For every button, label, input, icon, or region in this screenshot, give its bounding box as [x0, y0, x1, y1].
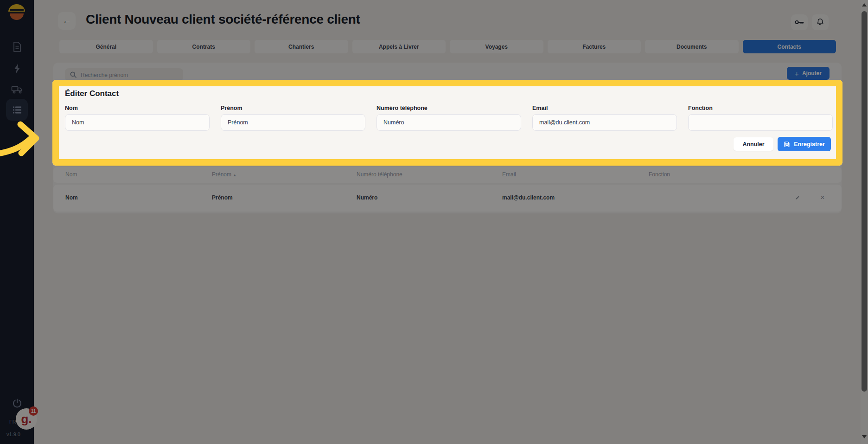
app-root: FR g. 11 v1.9.0 ← Client Nouveau client … — [0, 0, 868, 444]
language-label: FR — [9, 419, 16, 425]
sidebar-item-activity[interactable] — [11, 63, 23, 75]
telephone-label: Numéro téléphone — [377, 105, 428, 111]
cell-nom: Nom — [65, 194, 78, 201]
notification-badge: 11 — [29, 406, 38, 416]
notifications-button[interactable] — [812, 14, 829, 30]
save-button[interactable]: Enregistrer — [778, 137, 831, 151]
form-title: Éditer Contact — [65, 89, 119, 98]
sidebar-item-lists-active[interactable] — [6, 99, 28, 121]
document-icon — [12, 41, 22, 52]
bell-icon — [815, 17, 825, 27]
cancel-button[interactable]: Annuler — [734, 137, 773, 151]
sidebar-item-documents[interactable] — [11, 41, 23, 53]
key-icon — [794, 18, 804, 26]
col-header-prenom[interactable]: Prénom ▲ — [212, 171, 236, 178]
email-input[interactable] — [532, 114, 677, 131]
tab-appels-a-livrer[interactable]: Appels à Livrer — [352, 40, 446, 53]
cell-prenom: Prénom — [212, 194, 233, 201]
sort-asc-icon: ▲ — [233, 173, 236, 177]
tab-voyages[interactable]: Voyages — [450, 40, 543, 53]
search-icon — [70, 71, 77, 78]
edit-row-button[interactable] — [792, 193, 803, 203]
delete-row-button[interactable]: × — [817, 193, 828, 203]
col-header-telephone[interactable]: Numéro téléphone — [357, 171, 402, 178]
col-header-fonction[interactable]: Fonction — [649, 171, 670, 178]
nom-input[interactable] — [65, 114, 210, 131]
table-row[interactable]: Nom Prénom Numéro mail@du.client.com × — [53, 185, 842, 212]
tab-bar: Général Contrats Chantiers Appels à Livr… — [59, 40, 836, 53]
scrollbar-thumb[interactable] — [862, 11, 867, 392]
list-icon — [11, 104, 23, 116]
search-input[interactable] — [80, 68, 181, 82]
logout-button[interactable] — [11, 397, 23, 409]
prenom-label: Prénom — [221, 105, 243, 111]
fonction-label: Fonction — [688, 105, 713, 111]
search-field — [65, 68, 183, 81]
telephone-input[interactable] — [377, 114, 521, 131]
vertical-scrollbar — [861, 0, 868, 444]
api-key-button[interactable] — [791, 14, 808, 30]
pencil-icon — [795, 194, 800, 201]
sidebar: FR g. 11 v1.9.0 — [0, 0, 34, 444]
email-label: Email — [532, 105, 548, 111]
table-header-row: Nom Prénom ▲ Numéro téléphone Email Fonc… — [53, 167, 842, 183]
power-icon — [12, 398, 22, 408]
scroll-down-arrow-icon[interactable] — [862, 435, 867, 438]
version-label: v1.9.0 — [6, 431, 20, 437]
page-title: Client Nouveau client société-référence … — [86, 12, 360, 27]
brand-logo-icon — [7, 3, 26, 22]
back-button[interactable]: ← — [58, 12, 76, 30]
add-contact-button[interactable]: + Ajouter — [787, 67, 830, 80]
prenom-input[interactable] — [221, 114, 365, 131]
col-header-nom[interactable]: Nom — [65, 171, 77, 178]
tab-general[interactable]: Général — [59, 40, 153, 53]
tab-contacts[interactable]: Contacts — [743, 40, 836, 53]
tab-contrats[interactable]: Contrats — [157, 40, 251, 53]
plus-icon: + — [795, 70, 799, 77]
close-icon: × — [820, 194, 824, 201]
fonction-input[interactable] — [688, 114, 833, 131]
nom-label: Nom — [65, 105, 78, 111]
sidebar-item-trucks[interactable] — [11, 84, 23, 96]
tab-factures[interactable]: Factures — [548, 40, 641, 53]
cell-telephone: Numéro — [357, 194, 377, 201]
save-floppy-icon — [784, 141, 790, 148]
tab-chantiers[interactable]: Chantiers — [255, 40, 348, 53]
scroll-up-arrow-icon[interactable] — [862, 3, 867, 6]
back-arrow-icon: ← — [63, 16, 71, 26]
edit-contact-form: Éditer Contact Nom Prénom Numéro télépho… — [53, 81, 842, 165]
lightning-icon — [13, 63, 22, 74]
truck-icon — [11, 84, 23, 95]
col-header-email[interactable]: Email — [502, 171, 516, 178]
tab-documents[interactable]: Documents — [645, 40, 739, 53]
cell-email: mail@du.client.com — [502, 194, 555, 201]
